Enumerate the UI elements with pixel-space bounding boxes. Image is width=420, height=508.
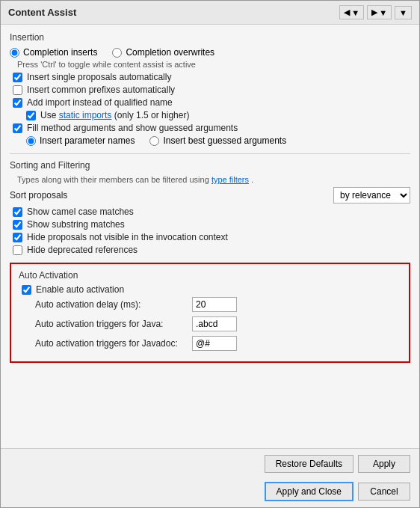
apply-and-close-button[interactable]: Apply and Close bbox=[265, 482, 353, 501]
completion-overwrites-radio[interactable] bbox=[112, 48, 122, 58]
insertion-section-label: Insertion bbox=[10, 32, 410, 43]
use-static-prefix: Use bbox=[40, 110, 56, 120]
apply-button[interactable]: Apply bbox=[358, 455, 410, 473]
insert-best-label: Insert best guessed arguments bbox=[163, 135, 286, 146]
fill-method-checkbox[interactable] bbox=[13, 123, 22, 133]
enable-auto-row: Enable auto activation bbox=[19, 284, 401, 295]
insert-single-label: Insert single proposals automatically bbox=[27, 72, 171, 82]
forward-button[interactable]: ▶ ▼ bbox=[367, 5, 392, 19]
completion-inserts-label: Completion inserts bbox=[23, 47, 97, 58]
cancel-button[interactable]: Cancel bbox=[358, 483, 410, 501]
camel-case-checkbox[interactable] bbox=[13, 207, 22, 217]
java-triggers-label: Auto activation triggers for Java: bbox=[35, 319, 192, 329]
camel-case-row: Show camel case matches bbox=[10, 206, 410, 217]
type-filters-link[interactable]: type filters bbox=[211, 175, 249, 184]
completion-overwrites-label: Completion overwrites bbox=[126, 47, 214, 58]
delay-input[interactable] bbox=[192, 297, 237, 312]
hide-deprecated-label: Hide deprecated references bbox=[27, 245, 138, 255]
add-import-label: Add import instead of qualified name bbox=[27, 97, 173, 108]
sort-proposals-label: Sort proposals bbox=[10, 190, 67, 201]
completion-inserts-radio-item: Completion inserts bbox=[10, 47, 97, 58]
insert-single-checkbox[interactable] bbox=[13, 73, 22, 82]
enable-auto-checkbox[interactable] bbox=[22, 285, 31, 295]
sort-proposals-select[interactable]: by relevance alphabetically bbox=[333, 187, 410, 203]
hide-deprecated-row: Hide deprecated references bbox=[10, 245, 410, 255]
delay-label: Auto activation delay (ms): bbox=[35, 299, 192, 310]
hide-deprecated-checkbox[interactable] bbox=[13, 245, 22, 255]
javadoc-triggers-row: Auto activation triggers for Javadoc: bbox=[19, 336, 401, 351]
sorting-section-label: Sorting and Filtering bbox=[10, 160, 410, 171]
insert-single-row: Insert single proposals automatically bbox=[10, 72, 410, 82]
menu-icon: ▼ bbox=[399, 8, 407, 17]
javadoc-triggers-input[interactable] bbox=[192, 336, 237, 351]
insert-param-label: Insert parameter names bbox=[40, 135, 135, 146]
forward-dropdown-icon: ▼ bbox=[379, 8, 387, 17]
filter-hint: Types along with their members can be fi… bbox=[10, 175, 410, 184]
sort-proposals-row: Sort proposals by relevance alphabetical… bbox=[10, 187, 410, 203]
hide-not-visible-label: Hide proposals not visible in the invoca… bbox=[27, 232, 228, 242]
restore-defaults-button[interactable]: Restore Defaults bbox=[265, 455, 353, 473]
filter-hint-end: . bbox=[251, 175, 253, 184]
completion-mode-radios: Completion inserts Completion overwrites bbox=[10, 47, 410, 58]
dialog-title: Content Assist bbox=[8, 7, 76, 18]
filter-hint-text: Types along with their members can be fi… bbox=[17, 175, 209, 184]
bottom-buttons-row1: Restore Defaults Apply bbox=[1, 448, 419, 479]
static-imports-link[interactable]: static imports bbox=[59, 110, 112, 120]
bottom-buttons-row2: Apply and Close Cancel bbox=[1, 479, 419, 507]
insertion-group: Insertion Completion inserts Completion … bbox=[10, 32, 410, 146]
title-bar: Content Assist ◀ ▼ ▶ ▼ ▼ bbox=[1, 1, 419, 25]
delay-row: Auto activation delay (ms): bbox=[19, 297, 401, 312]
javadoc-triggers-label: Auto activation triggers for Javadoc: bbox=[35, 338, 192, 349]
use-static-suffix: (only 1.5 or higher) bbox=[114, 110, 190, 120]
use-static-row: Use static imports (only 1.5 or higher) bbox=[10, 110, 410, 120]
param-mode-radios: Insert parameter names Insert best guess… bbox=[10, 135, 410, 146]
back-button[interactable]: ◀ ▼ bbox=[339, 5, 364, 19]
add-import-row: Add import instead of qualified name bbox=[10, 97, 410, 108]
substring-checkbox[interactable] bbox=[13, 220, 22, 230]
sorting-group: Sorting and Filtering Types along with t… bbox=[10, 160, 410, 255]
content-assist-dialog: Content Assist ◀ ▼ ▶ ▼ ▼ Insertion Compl… bbox=[0, 0, 420, 508]
insert-best-radio[interactable] bbox=[149, 136, 159, 146]
hide-not-visible-row: Hide proposals not visible in the invoca… bbox=[10, 232, 410, 242]
java-triggers-row: Auto activation triggers for Java: bbox=[19, 316, 401, 331]
use-static-checkbox[interactable] bbox=[26, 111, 36, 120]
fill-method-row: Fill method arguments and show guessed a… bbox=[10, 123, 410, 133]
insert-best-radio-item: Insert best guessed arguments bbox=[149, 135, 286, 146]
insert-param-radio-item: Insert parameter names bbox=[26, 135, 135, 146]
main-content: Insertion Completion inserts Completion … bbox=[1, 25, 419, 448]
camel-case-label: Show camel case matches bbox=[27, 206, 134, 217]
divider-1 bbox=[10, 153, 410, 154]
insert-common-row: Insert common prefixes automatically bbox=[10, 85, 410, 95]
fill-method-label: Fill method arguments and show guessed a… bbox=[27, 123, 238, 133]
insert-common-checkbox[interactable] bbox=[13, 85, 22, 95]
use-static-label: Use static imports (only 1.5 or higher) bbox=[40, 110, 189, 120]
forward-icon: ▶ bbox=[371, 7, 377, 17]
substring-row: Show substring matches bbox=[10, 219, 410, 230]
back-icon: ◀ bbox=[344, 7, 350, 17]
substring-label: Show substring matches bbox=[27, 219, 125, 230]
back-dropdown-icon: ▼ bbox=[351, 8, 359, 17]
auto-activation-title: Auto Activation bbox=[19, 270, 401, 281]
insert-param-radio[interactable] bbox=[26, 136, 36, 146]
hide-not-visible-checkbox[interactable] bbox=[13, 233, 22, 242]
enable-auto-label: Enable auto activation bbox=[36, 284, 124, 295]
ctrl-hint-text: Press 'Ctrl' to toggle while content ass… bbox=[10, 60, 410, 69]
nav-buttons: ◀ ▼ ▶ ▼ ▼ bbox=[339, 5, 412, 19]
auto-activation-box: Auto Activation Enable auto activation A… bbox=[10, 263, 410, 363]
java-triggers-input[interactable] bbox=[192, 316, 237, 331]
menu-button[interactable]: ▼ bbox=[395, 6, 412, 19]
completion-inserts-radio[interactable] bbox=[10, 48, 19, 58]
add-import-checkbox[interactable] bbox=[13, 98, 22, 108]
completion-overwrites-radio-item: Completion overwrites bbox=[112, 47, 214, 58]
insert-common-label: Insert common prefixes automatically bbox=[27, 85, 175, 95]
